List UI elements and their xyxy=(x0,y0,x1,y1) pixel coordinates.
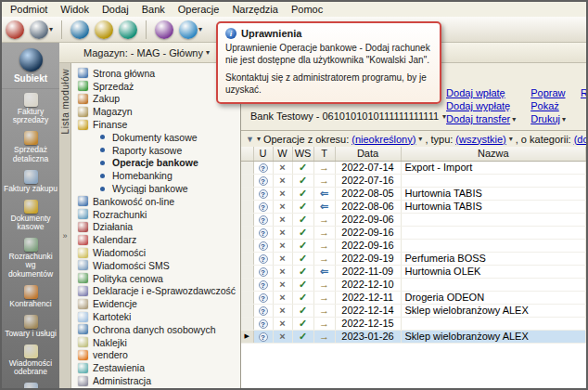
table-row[interactable]: ?×✓→2022-12-14Sklep wielobranżowy ALEX xyxy=(241,304,586,317)
question-icon: ? xyxy=(259,241,268,251)
toolbar-button[interactable] xyxy=(155,20,173,39)
table-row[interactable]: ?×✓→2022-12-11Drogeria ODEON xyxy=(241,291,586,304)
filter-okres-link[interactable]: (nieokreślony) xyxy=(352,134,415,145)
tree-item-operacje-bankowe[interactable]: Operacje bankowe xyxy=(71,157,240,170)
column-header-ws[interactable]: WS xyxy=(292,147,313,161)
action-popraw-link[interactable]: Popraw xyxy=(530,87,566,98)
tree-panel-tab[interactable]: Lista modułów » xyxy=(59,63,71,388)
sidebar-item-towary-i-usługi[interactable]: Towary i usługi xyxy=(2,311,59,341)
action-drukuj-link[interactable]: Drukuj▾ xyxy=(530,113,566,124)
tree-item-ochrona-danych-osobowych[interactable]: Ochrona danych osobowych xyxy=(71,323,240,336)
tree-item-sprzedaż[interactable]: Sprzedaż xyxy=(71,80,240,93)
tree-item-kartoteki[interactable]: Kartoteki xyxy=(71,310,240,323)
sidebar-item-rozrachunki-wg-dokumentów[interactable]: Rozrachunki wg dokumentów xyxy=(2,234,59,281)
tree-item-wyciągi-bankowe[interactable]: Wyciągi bankowe xyxy=(71,182,240,195)
sidebar-item-kontrahenci[interactable]: Kontrahenci xyxy=(2,281,59,311)
action-raport-bankowy-link[interactable]: Raport bankowy xyxy=(581,87,588,98)
tree-item-naklejki[interactable]: Naklejki xyxy=(71,336,240,349)
table-row[interactable]: ?×✓→2022-07-16 xyxy=(241,174,586,187)
tree-item-magazyn[interactable]: Magazyn xyxy=(71,105,240,118)
table-row[interactable]: ?×✓→2022-12-15 xyxy=(241,317,586,330)
question-icon: ? xyxy=(259,319,268,329)
menu-item-widok[interactable]: Widok xyxy=(54,3,96,16)
module-icon xyxy=(78,235,88,245)
tree-item-rozrachunki[interactable]: Rozrachunki xyxy=(71,208,240,221)
table-row[interactable]: ?×✓→2022-07-14Export - Import xyxy=(241,161,586,174)
column-header-t[interactable]: T xyxy=(313,147,335,161)
tree-item-wiadomości-sms[interactable]: Wiadomości SMS xyxy=(71,259,240,272)
sidebar-item-sprzedaż-detaliczna[interactable]: Sprzedaż detaliczna xyxy=(2,127,59,165)
action-link-label: Popraw xyxy=(530,87,565,98)
toolbar-button[interactable] xyxy=(119,20,137,39)
toolbar-button[interactable]: ▾ xyxy=(30,20,53,39)
toolbar-button[interactable]: ▾ xyxy=(179,20,202,39)
magazyn-selector[interactable]: Magazyn: - MAG - Główny ▾ xyxy=(83,47,210,58)
tree-item-zakup[interactable]: Zakup xyxy=(71,93,240,106)
tree-item-dokumenty-kasowe[interactable]: Dokumenty kasowe xyxy=(71,131,240,144)
tree-item-wiadomości[interactable]: Wiadomości xyxy=(71,246,240,259)
action-dodaj-transfer-link[interactable]: Dodaj transfer▾ xyxy=(446,113,516,124)
column-header-u[interactable]: U xyxy=(253,147,273,161)
tree-item-vendero[interactable]: vendero xyxy=(71,349,240,362)
tree-item-bankowość-on-line[interactable]: Bankowość on-line xyxy=(71,195,240,208)
column-header-nazwa[interactable]: Nazwa xyxy=(401,147,586,161)
action-dodaj-wpłatę-link[interactable]: Dodaj wpłatę xyxy=(446,87,516,98)
toolbar-button[interactable] xyxy=(70,20,89,39)
tree-item-strona-główna[interactable]: Strona główna xyxy=(71,67,240,80)
tree-item-finanse[interactable]: Finanse xyxy=(71,118,240,131)
status-w-cell: × xyxy=(273,161,292,174)
table-row[interactable]: ?×✓→2022-09-16 xyxy=(241,239,586,252)
toolbar-button[interactable] xyxy=(6,20,24,39)
sidebar-item-sms-wysłane[interactable]: SMS wysłane xyxy=(2,379,59,388)
tree-item-polityka-cenowa[interactable]: Polityka cenowa xyxy=(71,272,240,285)
tree-item-zestawienia[interactable]: Zestawienia xyxy=(71,361,240,374)
action-link-label: Raport bankowy xyxy=(581,87,588,98)
sidebar-item-faktury-zakupu[interactable]: Faktury zakupu xyxy=(2,166,59,196)
menu-item-bank[interactable]: Bank xyxy=(135,3,172,16)
tree-item-homebanking[interactable]: Homebanking xyxy=(71,169,240,182)
toolbar-separator xyxy=(61,20,62,39)
table-row[interactable]: ?×✓⇐2022-08-06Hurtownia TABIS xyxy=(241,200,586,213)
status-ws-cell: ✓ xyxy=(292,213,313,226)
column-header-w[interactable]: W xyxy=(273,147,292,161)
date-cell: 2022-09-06 xyxy=(335,213,401,226)
module-icon xyxy=(78,81,88,91)
menu-item-podmiot[interactable]: Podmiot xyxy=(4,3,54,16)
status-w-cell: × xyxy=(273,330,292,343)
table-row[interactable]: ▶?×✓→2023-01-26Sklep wielobranżowy ALEX xyxy=(241,330,586,343)
chevron-right-icon[interactable]: » xyxy=(62,231,67,240)
table-row[interactable]: ?×✓→2022-12-10 xyxy=(241,278,586,291)
menu-item-dodaj[interactable]: Dodaj xyxy=(96,3,135,16)
filter-funnel-icon[interactable]: ▼ xyxy=(246,135,254,144)
globe-icon xyxy=(155,20,173,39)
toolbar-button[interactable] xyxy=(95,20,113,39)
tree-item-raporty-kasowe[interactable]: Raporty kasowe xyxy=(71,144,240,157)
bank-account-selector[interactable]: Bank Testowy - 0610101010111111111111 ▾ xyxy=(250,110,446,122)
table-row[interactable]: ?×✓⇐2022-08-05Hurtownia TABIS xyxy=(241,187,586,200)
menu-item-narzędzia[interactable]: Narzędzia xyxy=(225,3,285,16)
table-row[interactable]: ?×✓⇐2022-11-09Hurtownia OLEK xyxy=(241,265,586,278)
column-header-data[interactable]: Data xyxy=(335,147,401,161)
table-row[interactable]: ?×✓→2022-09-16 xyxy=(241,226,586,239)
table-row[interactable]: ?×✓→2022-09-19Perfumeria BOSS xyxy=(241,252,586,265)
row-selector-cell: ▶ xyxy=(241,330,253,343)
app-logo: Subiekt xyxy=(2,43,59,89)
tree-item-deklaracje-i-e-sprawozdawczość[interactable]: Deklaracje i e-Sprawozdawczość xyxy=(71,285,240,298)
tree-item-kalendarz[interactable]: Kalendarz xyxy=(71,233,240,246)
sidebar-item-wiadomości-odebrane[interactable]: Wiadomości odebrane xyxy=(2,341,59,379)
filter-kategoria-link[interactable]: (dowolna) xyxy=(574,134,586,145)
sidebar-item-dokumenty-kasowe[interactable]: Dokumenty kasowe xyxy=(2,196,59,234)
filter-typ-link[interactable]: (wszystkie) xyxy=(455,134,505,145)
row-selector-cell xyxy=(241,265,253,278)
sidebar-item-faktury-sprzedaży[interactable]: Faktury sprzedaży xyxy=(2,89,59,127)
table-row[interactable]: ?×✓→2022-09-06 xyxy=(241,213,586,226)
action-pokaż-link[interactable]: Pokaż xyxy=(530,100,566,111)
menu-item-pomoc[interactable]: Pomoc xyxy=(285,3,329,16)
date-cell: 2023-01-26 xyxy=(335,330,401,343)
name-cell xyxy=(401,174,586,187)
action-dodaj-wypłatę-link[interactable]: Dodaj wypłatę xyxy=(446,100,516,111)
tree-item-działania[interactable]: Działania xyxy=(71,221,240,234)
tree-item-ewidencje[interactable]: Ewidencje xyxy=(71,297,240,310)
tree-item-administracja[interactable]: Administracja xyxy=(71,374,240,387)
menu-item-operacje[interactable]: Operacje xyxy=(172,3,226,16)
